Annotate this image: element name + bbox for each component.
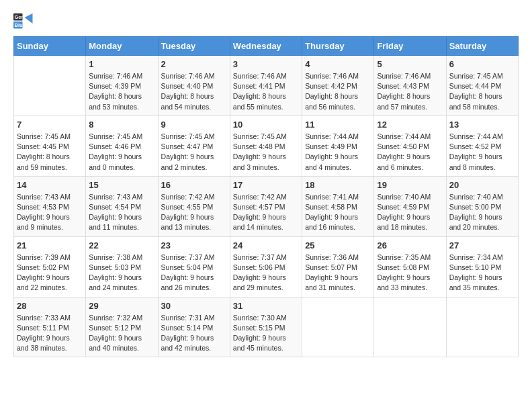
day-info: Sunrise: 7:43 AM Sunset: 4:54 PM Dayligh… bbox=[89, 192, 154, 233]
header-row: SundayMondayTuesdayWednesdayThursdayFrid… bbox=[14, 37, 519, 56]
day-cell: 19Sunrise: 7:40 AM Sunset: 4:59 PM Dayli… bbox=[374, 176, 446, 236]
header-day-monday: Monday bbox=[86, 37, 158, 56]
week-row-2: 7Sunrise: 7:45 AM Sunset: 4:45 PM Daylig… bbox=[14, 116, 519, 176]
day-info: Sunrise: 7:38 AM Sunset: 5:03 PM Dayligh… bbox=[89, 253, 154, 293]
day-cell: 30Sunrise: 7:31 AM Sunset: 5:14 PM Dayli… bbox=[158, 297, 230, 357]
week-row-3: 14Sunrise: 7:43 AM Sunset: 4:53 PM Dayli… bbox=[14, 176, 519, 236]
svg-marker-4 bbox=[25, 13, 33, 24]
day-info: Sunrise: 7:44 AM Sunset: 4:52 PM Dayligh… bbox=[449, 132, 515, 173]
day-number: 15 bbox=[89, 180, 154, 190]
day-cell: 14Sunrise: 7:43 AM Sunset: 4:53 PM Dayli… bbox=[14, 176, 86, 236]
day-cell: 10Sunrise: 7:45 AM Sunset: 4:48 PM Dayli… bbox=[230, 116, 302, 176]
day-info: Sunrise: 7:37 AM Sunset: 5:06 PM Dayligh… bbox=[233, 253, 299, 293]
day-number: 26 bbox=[377, 240, 443, 250]
day-number: 2 bbox=[161, 59, 227, 69]
day-info: Sunrise: 7:45 AM Sunset: 4:44 PM Dayligh… bbox=[449, 71, 515, 112]
day-info: Sunrise: 7:39 AM Sunset: 5:02 PM Dayligh… bbox=[17, 253, 83, 293]
day-info: Sunrise: 7:40 AM Sunset: 5:00 PM Dayligh… bbox=[449, 192, 515, 233]
day-cell: 26Sunrise: 7:35 AM Sunset: 5:08 PM Dayli… bbox=[374, 236, 446, 297]
header-day-thursday: Thursday bbox=[302, 37, 374, 56]
day-info: Sunrise: 7:45 AM Sunset: 4:48 PM Dayligh… bbox=[233, 132, 299, 173]
day-cell: 12Sunrise: 7:44 AM Sunset: 4:50 PM Dayli… bbox=[374, 116, 446, 176]
day-cell: 28Sunrise: 7:33 AM Sunset: 5:11 PM Dayli… bbox=[14, 297, 86, 357]
day-cell: 21Sunrise: 7:39 AM Sunset: 5:02 PM Dayli… bbox=[14, 236, 86, 297]
day-number: 23 bbox=[161, 240, 227, 250]
day-number: 6 bbox=[449, 59, 515, 69]
day-cell bbox=[14, 56, 86, 116]
day-info: Sunrise: 7:31 AM Sunset: 5:14 PM Dayligh… bbox=[161, 313, 227, 354]
day-number: 10 bbox=[233, 120, 299, 130]
week-row-1: 1Sunrise: 7:46 AM Sunset: 4:39 PM Daylig… bbox=[14, 56, 519, 116]
day-info: Sunrise: 7:42 AM Sunset: 4:55 PM Dayligh… bbox=[161, 192, 227, 233]
day-info: Sunrise: 7:45 AM Sunset: 4:45 PM Dayligh… bbox=[17, 132, 83, 173]
day-cell: 8Sunrise: 7:45 AM Sunset: 4:46 PM Daylig… bbox=[86, 116, 158, 176]
svg-text:Gen: Gen bbox=[15, 14, 25, 20]
day-info: Sunrise: 7:43 AM Sunset: 4:53 PM Dayligh… bbox=[17, 192, 83, 233]
day-number: 3 bbox=[233, 59, 299, 69]
day-number: 5 bbox=[377, 59, 443, 69]
day-cell: 25Sunrise: 7:36 AM Sunset: 5:07 PM Dayli… bbox=[302, 236, 374, 297]
day-info: Sunrise: 7:46 AM Sunset: 4:40 PM Dayligh… bbox=[161, 71, 227, 112]
day-number: 18 bbox=[305, 180, 371, 190]
day-number: 27 bbox=[449, 240, 515, 250]
day-number: 29 bbox=[89, 301, 154, 311]
day-cell: 15Sunrise: 7:43 AM Sunset: 4:54 PM Dayli… bbox=[86, 176, 158, 236]
day-info: Sunrise: 7:36 AM Sunset: 5:07 PM Dayligh… bbox=[305, 253, 371, 293]
svg-text:Blue: Blue bbox=[15, 22, 26, 28]
day-info: Sunrise: 7:46 AM Sunset: 4:41 PM Dayligh… bbox=[233, 71, 299, 112]
day-cell: 31Sunrise: 7:30 AM Sunset: 5:15 PM Dayli… bbox=[230, 297, 302, 357]
day-number: 30 bbox=[161, 301, 227, 311]
day-cell: 7Sunrise: 7:45 AM Sunset: 4:45 PM Daylig… bbox=[14, 116, 86, 176]
logo: Gen Blue bbox=[13, 13, 36, 30]
day-cell: 11Sunrise: 7:44 AM Sunset: 4:49 PM Dayli… bbox=[302, 116, 374, 176]
calendar-table: SundayMondayTuesdayWednesdayThursdayFrid… bbox=[13, 36, 519, 357]
day-number: 4 bbox=[305, 59, 371, 69]
day-number: 19 bbox=[377, 180, 443, 190]
day-number: 16 bbox=[161, 180, 227, 190]
day-number: 25 bbox=[305, 240, 371, 250]
day-number: 22 bbox=[89, 240, 154, 250]
week-row-5: 28Sunrise: 7:33 AM Sunset: 5:11 PM Dayli… bbox=[14, 297, 519, 357]
header: Gen Blue bbox=[13, 13, 519, 30]
day-cell: 1Sunrise: 7:46 AM Sunset: 4:39 PM Daylig… bbox=[86, 56, 158, 116]
day-info: Sunrise: 7:34 AM Sunset: 5:10 PM Dayligh… bbox=[449, 253, 515, 293]
day-cell: 13Sunrise: 7:44 AM Sunset: 4:52 PM Dayli… bbox=[446, 116, 518, 176]
day-info: Sunrise: 7:41 AM Sunset: 4:58 PM Dayligh… bbox=[305, 192, 371, 233]
day-number: 28 bbox=[17, 301, 83, 311]
day-number: 24 bbox=[233, 240, 299, 250]
day-info: Sunrise: 7:45 AM Sunset: 4:46 PM Dayligh… bbox=[89, 132, 154, 173]
day-cell: 9Sunrise: 7:45 AM Sunset: 4:47 PM Daylig… bbox=[158, 116, 230, 176]
day-cell: 23Sunrise: 7:37 AM Sunset: 5:04 PM Dayli… bbox=[158, 236, 230, 297]
day-number: 14 bbox=[17, 180, 83, 190]
day-cell: 29Sunrise: 7:32 AM Sunset: 5:12 PM Dayli… bbox=[86, 297, 158, 357]
day-cell: 6Sunrise: 7:45 AM Sunset: 4:44 PM Daylig… bbox=[446, 56, 518, 116]
header-day-sunday: Sunday bbox=[14, 37, 86, 56]
day-info: Sunrise: 7:46 AM Sunset: 4:42 PM Dayligh… bbox=[305, 71, 371, 112]
day-cell bbox=[374, 297, 446, 357]
day-info: Sunrise: 7:30 AM Sunset: 5:15 PM Dayligh… bbox=[233, 313, 299, 354]
header-day-friday: Friday bbox=[374, 37, 446, 56]
day-info: Sunrise: 7:32 AM Sunset: 5:12 PM Dayligh… bbox=[89, 313, 154, 354]
day-cell: 22Sunrise: 7:38 AM Sunset: 5:03 PM Dayli… bbox=[86, 236, 158, 297]
day-number: 20 bbox=[449, 180, 515, 190]
day-info: Sunrise: 7:45 AM Sunset: 4:47 PM Dayligh… bbox=[161, 132, 227, 173]
day-cell: 3Sunrise: 7:46 AM Sunset: 4:41 PM Daylig… bbox=[230, 56, 302, 116]
header-day-tuesday: Tuesday bbox=[158, 37, 230, 56]
day-cell: 4Sunrise: 7:46 AM Sunset: 4:42 PM Daylig… bbox=[302, 56, 374, 116]
day-info: Sunrise: 7:33 AM Sunset: 5:11 PM Dayligh… bbox=[17, 313, 83, 354]
day-cell: 2Sunrise: 7:46 AM Sunset: 4:40 PM Daylig… bbox=[158, 56, 230, 116]
day-number: 13 bbox=[449, 120, 515, 130]
day-info: Sunrise: 7:46 AM Sunset: 4:43 PM Dayligh… bbox=[377, 71, 443, 112]
day-info: Sunrise: 7:46 AM Sunset: 4:39 PM Dayligh… bbox=[89, 71, 154, 112]
day-info: Sunrise: 7:44 AM Sunset: 4:50 PM Dayligh… bbox=[377, 132, 443, 173]
day-number: 11 bbox=[305, 120, 371, 130]
day-info: Sunrise: 7:37 AM Sunset: 5:04 PM Dayligh… bbox=[161, 253, 227, 293]
day-number: 12 bbox=[377, 120, 443, 130]
day-cell: 27Sunrise: 7:34 AM Sunset: 5:10 PM Dayli… bbox=[446, 236, 518, 297]
day-cell: 18Sunrise: 7:41 AM Sunset: 4:58 PM Dayli… bbox=[302, 176, 374, 236]
day-cell: 20Sunrise: 7:40 AM Sunset: 5:00 PM Dayli… bbox=[446, 176, 518, 236]
day-number: 17 bbox=[233, 180, 299, 190]
header-day-saturday: Saturday bbox=[446, 37, 518, 56]
day-number: 21 bbox=[17, 240, 83, 250]
day-cell bbox=[446, 297, 518, 357]
